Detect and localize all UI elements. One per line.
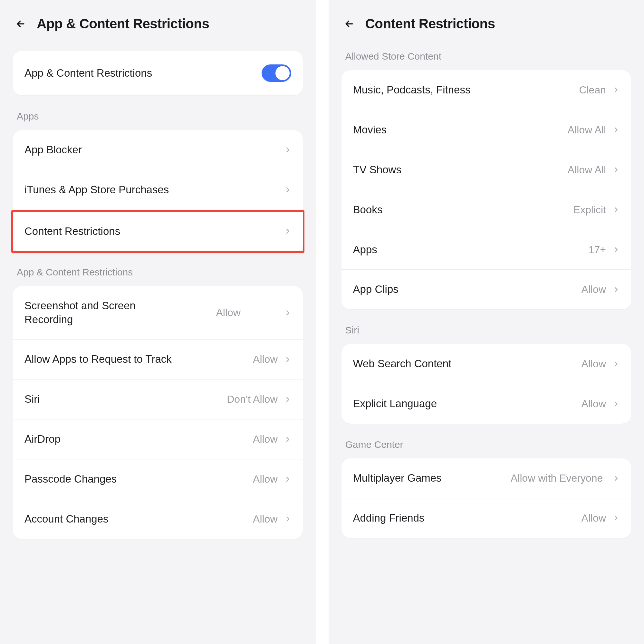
row-value: Allow <box>253 513 277 525</box>
chevron-right-icon <box>612 286 620 293</box>
siri-section-label: Siri <box>341 325 631 336</box>
chevron-right-icon <box>284 146 291 153</box>
chevron-right-icon <box>284 228 291 235</box>
music-row[interactable]: Music, Podcasts, Fitness Clean <box>341 70 631 110</box>
toggle-switch[interactable] <box>262 64 291 82</box>
row-label: Allow Apps to Request to Track <box>24 352 253 366</box>
chevron-right-icon <box>612 400 620 408</box>
appclips-row[interactable]: App Clips Allow <box>341 270 631 309</box>
passcode-row[interactable]: Passcode Changes Allow <box>13 459 303 499</box>
multiplayer-row[interactable]: Multiplayer Games Allow with Everyone <box>341 458 631 498</box>
apps-card: App Blocker iTunes & App Store Purchases… <box>13 130 303 253</box>
chevron-right-icon <box>612 514 620 522</box>
store-section-label: Allowed Store Content <box>341 51 631 62</box>
row-label: Web Search Content <box>353 357 582 371</box>
row-label: App Clips <box>353 283 582 296</box>
chevron-right-icon <box>612 126 620 133</box>
restrictions-section-label: App & Content Restrictions <box>13 267 303 278</box>
screenshot-row[interactable]: Screenshot and Screen Recording Allow <box>13 286 303 340</box>
airdrop-row[interactable]: AirDrop Allow <box>13 419 303 459</box>
row-label: Multiplayer Games <box>353 471 508 485</box>
itunes-row[interactable]: iTunes & App Store Purchases <box>13 170 303 210</box>
row-label: Movies <box>353 123 568 137</box>
track-row[interactable]: Allow Apps to Request to Track Allow <box>13 340 303 380</box>
page-title: Content Restrictions <box>365 16 495 32</box>
chevron-right-icon <box>284 356 291 363</box>
arrow-left-icon <box>15 18 26 29</box>
restrictions-toggle-row[interactable]: App & Content Restrictions <box>13 51 303 95</box>
explicit-lang-row[interactable]: Explicit Language Allow <box>341 384 631 424</box>
right-panel: Content Restrictions Allowed Store Conte… <box>329 0 644 644</box>
row-label: Siri <box>24 392 227 406</box>
row-value: Allow with Everyone <box>511 472 603 484</box>
gamecenter-card: Multiplayer Games Allow with Everyone Ad… <box>341 458 631 538</box>
chevron-right-icon <box>612 360 620 368</box>
row-label: Books <box>353 203 573 217</box>
row-label: Music, Podcasts, Fitness <box>353 83 579 97</box>
row-label: AirDrop <box>24 432 253 446</box>
app-blocker-row[interactable]: App Blocker <box>13 130 303 170</box>
right-header: Content Restrictions <box>341 16 631 32</box>
back-button[interactable] <box>14 17 27 30</box>
page-title: App & Content Restrictions <box>37 16 209 32</box>
friends-row[interactable]: Adding Friends Allow <box>341 498 631 538</box>
chevron-right-icon <box>284 515 291 523</box>
chevron-right-icon <box>284 186 291 193</box>
row-value: Allow <box>216 307 240 319</box>
row-label: Passcode Changes <box>24 472 253 486</box>
row-value: Clean <box>579 84 606 96</box>
movies-row[interactable]: Movies Allow All <box>341 110 631 150</box>
toggle-label: App & Content Restrictions <box>24 66 262 80</box>
chevron-right-icon <box>612 475 620 482</box>
gamecenter-section-label: Game Center <box>341 439 631 450</box>
left-panel: App & Content Restrictions App & Content… <box>0 0 316 644</box>
chevron-right-icon <box>284 436 291 443</box>
row-value: Allow All <box>568 164 606 176</box>
apps-section-label: Apps <box>13 111 303 122</box>
row-value: Allow <box>582 284 606 295</box>
chevron-right-icon <box>284 476 291 483</box>
chevron-right-icon <box>284 309 291 316</box>
web-search-row[interactable]: Web Search Content Allow <box>341 344 631 384</box>
siri-card: Web Search Content Allow Explicit Langua… <box>341 344 631 424</box>
tv-row[interactable]: TV Shows Allow All <box>341 150 631 190</box>
chevron-right-icon <box>612 206 620 213</box>
row-value: Allow All <box>568 124 606 136</box>
left-header: App & Content Restrictions <box>13 16 303 32</box>
account-row[interactable]: Account Changes Allow <box>13 499 303 539</box>
row-label: Screenshot and Screen Recording <box>24 299 179 327</box>
row-label: Account Changes <box>24 512 253 526</box>
siri-row[interactable]: Siri Don't Allow <box>13 380 303 419</box>
apps-row[interactable]: Apps 17+ <box>341 230 631 270</box>
highlight-box: Content Restrictions <box>11 210 304 253</box>
row-value: Allow <box>253 353 277 365</box>
store-card: Music, Podcasts, Fitness Clean Movies Al… <box>341 70 631 309</box>
row-value: 17+ <box>589 244 606 256</box>
row-value: Allow <box>582 398 606 410</box>
chevron-right-icon <box>612 86 620 93</box>
row-value: Allow <box>253 433 277 445</box>
row-value: Allow <box>582 512 606 524</box>
chevron-right-icon <box>612 246 620 253</box>
row-label: Apps <box>353 243 589 257</box>
content-restrictions-row[interactable]: Content Restrictions <box>13 212 303 251</box>
toggle-card: App & Content Restrictions <box>13 51 303 95</box>
back-button[interactable] <box>343 17 356 30</box>
row-label: Content Restrictions <box>24 225 284 238</box>
row-value: Allow <box>582 358 606 370</box>
row-label: iTunes & App Store Purchases <box>24 183 284 197</box>
row-value: Don't Allow <box>227 393 277 405</box>
chevron-right-icon <box>284 396 291 403</box>
arrow-left-icon <box>344 18 355 29</box>
restrictions-card: Screenshot and Screen Recording Allow Al… <box>13 286 303 539</box>
row-label: App Blocker <box>24 143 284 157</box>
row-value: Allow <box>253 473 277 485</box>
chevron-right-icon <box>612 166 620 173</box>
row-label: TV Shows <box>353 163 568 177</box>
books-row[interactable]: Books Explicit <box>341 190 631 230</box>
row-label: Adding Friends <box>353 511 582 525</box>
row-label: Explicit Language <box>353 397 582 411</box>
row-value: Explicit <box>573 204 606 216</box>
